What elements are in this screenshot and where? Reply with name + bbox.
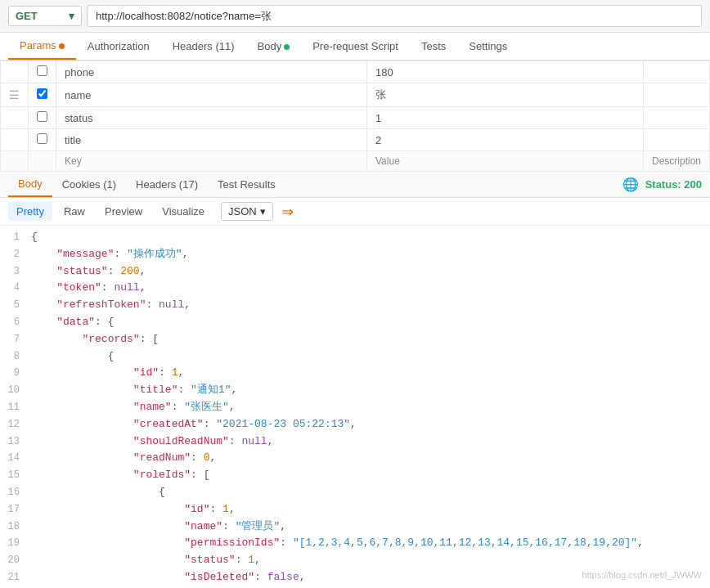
- line-number: 2: [0, 247, 31, 263]
- line-number: 5: [0, 298, 31, 313]
- tab-prerequest[interactable]: Pre-request Script: [301, 34, 410, 59]
- line-number: 18: [0, 519, 31, 535]
- json-line: 13 "shouldReadNum": null,: [0, 433, 710, 451]
- table-row: phone 180: [1, 61, 710, 83]
- globe-icon: 🌐: [622, 177, 639, 192]
- line-content: "status": 200,: [31, 263, 710, 281]
- line-number: 1: [0, 230, 31, 245]
- line-number: 21: [0, 570, 31, 586]
- checkbox-2[interactable]: [37, 111, 47, 122]
- response-tabs-bar: Body Cookies (1) Headers (17) Test Resul…: [0, 172, 710, 198]
- checkbox-0[interactable]: [37, 65, 47, 76]
- line-number: 7: [0, 332, 31, 348]
- json-line: 15 "roleIds": [: [0, 467, 710, 484]
- fmt-pretty[interactable]: Pretty: [8, 202, 52, 221]
- status-badge: Status: 200: [645, 178, 702, 191]
- json-line: 14 "readNum": 0,: [0, 450, 710, 467]
- row-menu-2: [1, 107, 29, 129]
- row-checkbox-3[interactable]: [29, 129, 56, 151]
- line-content: "roleIds": [: [31, 467, 710, 484]
- line-content: "refreshToken": null,: [31, 297, 710, 314]
- response-tab-headers[interactable]: Headers (17): [126, 173, 208, 196]
- params-header-row: Key Value Description: [1, 151, 710, 172]
- line-number: 19: [0, 536, 31, 551]
- checkbox-3[interactable]: [37, 133, 47, 144]
- url-bar: GET ▾: [0, 0, 710, 33]
- line-number: 3: [0, 264, 31, 280]
- json-line: 17 "id": 1,: [0, 501, 710, 518]
- line-content: "name": "张医生",: [31, 399, 710, 416]
- method-label: GET: [16, 10, 38, 22]
- line-number: 8: [0, 349, 31, 365]
- line-content: {: [31, 484, 710, 501]
- line-number: 12: [0, 417, 31, 433]
- tab-body[interactable]: Body: [246, 34, 302, 59]
- format-bar: Pretty Raw Preview Visualize JSON ▾ ⇒: [0, 198, 710, 226]
- line-content: "readNum": 0,: [31, 450, 710, 467]
- method-chevron: ▾: [69, 10, 74, 22]
- row-key-3: title: [56, 129, 367, 151]
- line-content: "name": "管理员",: [31, 518, 710, 536]
- line-content: "createdAt": "2021-08-23 05:22:13",: [31, 416, 710, 433]
- line-content: "status": 1,: [31, 552, 710, 569]
- json-line: 4 "token": null,: [0, 280, 710, 297]
- line-content: {: [31, 348, 710, 366]
- row-checkbox-1[interactable]: [29, 83, 56, 107]
- line-number: 14: [0, 451, 31, 466]
- line-number: 11: [0, 400, 31, 415]
- row-value-0: 180: [367, 61, 644, 83]
- row-checkbox-2[interactable]: [29, 107, 56, 129]
- url-input[interactable]: [87, 5, 702, 27]
- line-number: 9: [0, 366, 31, 381]
- format-chevron: ▾: [260, 205, 266, 218]
- json-line: 10 "title": "通知1",: [0, 382, 710, 399]
- row-checkbox-0[interactable]: [29, 61, 56, 83]
- line-number: 6: [0, 315, 31, 330]
- request-tabs: Params Authorization Headers (11) Body P…: [0, 33, 710, 61]
- method-select[interactable]: GET ▾: [8, 6, 82, 26]
- value-header: Value: [367, 151, 644, 172]
- tab-settings[interactable]: Settings: [457, 34, 519, 59]
- status-area: 🌐 Status: 200: [622, 177, 702, 192]
- row-key-0: phone: [56, 61, 367, 83]
- response-tab-testresults[interactable]: Test Results: [208, 173, 285, 196]
- format-select[interactable]: JSON ▾: [221, 202, 273, 221]
- line-number: 20: [0, 553, 31, 568]
- row-desc-3: [643, 129, 709, 151]
- fmt-preview[interactable]: Preview: [97, 202, 151, 221]
- json-line: 1{: [0, 229, 710, 246]
- row-key-1: name: [56, 83, 367, 107]
- tab-params[interactable]: Params: [8, 33, 76, 60]
- line-content: "records": [: [31, 331, 710, 348]
- row-value-2: 1: [367, 107, 644, 129]
- fmt-visualize[interactable]: Visualize: [154, 202, 213, 221]
- response-tab-body[interactable]: Body: [8, 172, 52, 197]
- line-number: 15: [0, 468, 31, 483]
- checkbox-1[interactable]: [37, 88, 47, 99]
- tab-headers[interactable]: Headers (11): [161, 34, 246, 59]
- params-table: phone 180 ☰ name 张 status 1 title: [0, 61, 710, 172]
- json-line: 9 "id": 1,: [0, 365, 710, 382]
- line-content: "shouldReadNum": null,: [31, 433, 710, 451]
- fmt-raw[interactable]: Raw: [56, 202, 93, 221]
- tab-tests[interactable]: Tests: [410, 34, 457, 59]
- row-menu-3: [1, 129, 29, 151]
- row-value-3: 2: [367, 129, 644, 151]
- json-line: 18 "name": "管理员",: [0, 518, 710, 536]
- json-line: 2 "message": "操作成功",: [0, 246, 710, 263]
- row-key-2: status: [56, 107, 367, 129]
- line-number: 16: [0, 485, 31, 500]
- line-number: 4: [0, 281, 31, 296]
- params-dot: [59, 43, 65, 49]
- table-row: ☰ name 张: [1, 83, 710, 107]
- row-desc-2: [643, 107, 709, 129]
- response-tab-cookies[interactable]: Cookies (1): [52, 173, 126, 196]
- json-line: 6 "data": {: [0, 314, 710, 331]
- watermark: https://blog.csdn.net/l_JWWW: [582, 570, 702, 580]
- line-content: "id": 1,: [31, 501, 710, 518]
- json-line: 16 {: [0, 484, 710, 501]
- copy-button[interactable]: ⇒: [281, 204, 294, 219]
- row-value-1: 张: [367, 83, 644, 107]
- line-content: "message": "操作成功",: [31, 246, 710, 263]
- tab-authorization[interactable]: Authorization: [76, 34, 161, 59]
